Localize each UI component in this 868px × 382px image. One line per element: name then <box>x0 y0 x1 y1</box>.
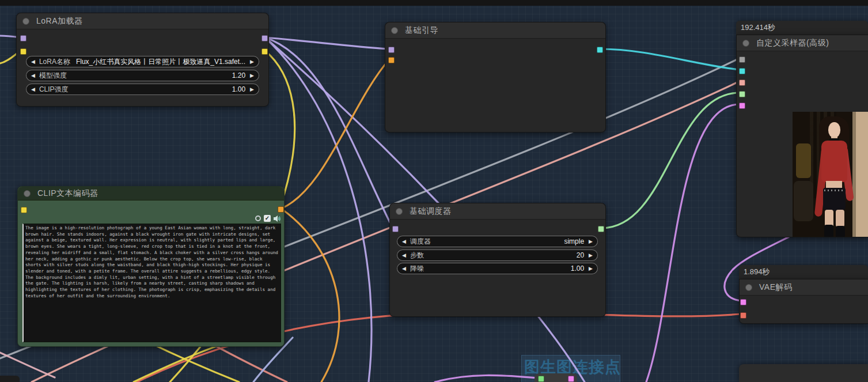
node-lora-title: LoRA加载器 <box>36 16 83 27</box>
prev-arrow-icon[interactable]: ◀ <box>31 73 35 78</box>
photo-stocking-right <box>836 226 845 237</box>
node-clip-header[interactable]: CLIP文本编码器 <box>18 187 284 201</box>
slot-clip-output[interactable] <box>261 48 268 55</box>
prompt-textarea[interactable]: The image is a high-resolution photograp… <box>22 224 281 342</box>
widget-value: 20 <box>577 251 589 259</box>
cutoff-node-bottom-left <box>0 376 20 382</box>
prev-arrow-icon[interactable]: ◀ <box>402 252 406 258</box>
slot-latent-input[interactable] <box>739 103 745 109</box>
node-guider-header[interactable]: 基础引导 <box>385 22 605 39</box>
speaker-icon[interactable] <box>273 215 281 222</box>
node-vae-header[interactable]: VAE解码 <box>740 279 868 296</box>
slot-clip-input[interactable] <box>20 48 26 55</box>
node-guider-title: 基础引导 <box>405 25 438 36</box>
slot-vae-input[interactable] <box>740 312 746 319</box>
widget-scheduler[interactable]: ◀ 调度器 simple ▶ <box>397 236 598 247</box>
photo-background-shadow <box>794 181 813 221</box>
widget-label: 步数 <box>410 251 424 260</box>
photo-face <box>828 122 840 138</box>
sampler-timer-text: 192.414秒 <box>741 22 775 33</box>
slot-sampler-input[interactable] <box>739 80 745 86</box>
collapse-dot-icon[interactable] <box>742 40 749 47</box>
widget-model-strength[interactable]: ◀ 模型强度 1.20 ▶ <box>26 70 259 81</box>
collapse-dot-icon[interactable] <box>391 27 398 34</box>
photo-studs <box>824 190 844 191</box>
slot-clip-input[interactable] <box>21 207 27 213</box>
slot-model-output[interactable] <box>261 35 268 41</box>
node-vae-title: VAE解码 <box>759 282 792 293</box>
node-scheduler-header[interactable]: 基础调度器 <box>390 203 605 220</box>
slot-model-input[interactable] <box>392 226 399 232</box>
node-basic-guider[interactable]: 基础引导 <box>385 22 606 133</box>
vae-timer-badge: 1.894秒 <box>739 265 868 279</box>
collapse-dot-icon[interactable] <box>745 284 752 291</box>
photo-wall-shade <box>852 112 856 237</box>
wire-cond-to-guider <box>281 59 389 209</box>
next-arrow-icon[interactable]: ▶ <box>250 73 254 78</box>
node-basic-scheduler[interactable]: 基础调度器 ◀ 调度器 simple ▶ ◀ 步数 20 ▶ ◀ 降噪 1.00… <box>389 203 606 317</box>
widget-label: 降噪 <box>410 264 424 274</box>
widget-label: CLIP强度 <box>39 85 69 94</box>
next-arrow-icon[interactable]: ▶ <box>250 86 254 92</box>
slot-pink-top[interactable] <box>568 376 574 382</box>
photo-thigh-right <box>836 210 844 227</box>
next-arrow-icon[interactable]: ▶ <box>250 59 254 65</box>
comfyui-canvas[interactable]: { "ui": { "arrow_left": "◀", "arrow_righ… <box>0 0 868 382</box>
prev-arrow-icon[interactable]: ◀ <box>402 239 406 244</box>
preview-image <box>793 112 868 237</box>
collapse-dot-icon[interactable] <box>24 190 31 197</box>
widget-value: Flux_小红书真实风格丨日常照片丨极致逼真_V1.safet... <box>76 57 250 67</box>
slot-conditioning-input[interactable] <box>388 57 395 63</box>
widget-label: 调度器 <box>410 237 431 247</box>
node-sampler-title: 自定义采样器(高级) <box>756 38 829 48</box>
widget-steps[interactable]: ◀ 步数 20 ▶ <box>397 249 598 261</box>
wire-guider-to-sampler <box>600 49 740 70</box>
next-arrow-icon[interactable]: ▶ <box>589 239 593 244</box>
slot-green-top[interactable] <box>538 376 544 382</box>
node-img2img-connector[interactable] <box>535 373 577 382</box>
slot-model-input[interactable] <box>388 47 395 53</box>
node-vae-decode[interactable]: VAE解码 <box>739 279 868 324</box>
slot-sigmas-input[interactable] <box>739 91 745 97</box>
node-clip-title: CLIP文本编码器 <box>37 188 98 199</box>
node-sampler-header[interactable]: 自定义采样器(高级) <box>737 35 868 51</box>
wire-cond-down <box>281 209 339 382</box>
widget-label: LoRA名称 <box>39 57 70 67</box>
node-clip-text-encoder[interactable]: CLIP文本编码器 ✓ The image is a high-resoluti… <box>17 186 285 347</box>
photo-stocking-left <box>824 225 833 237</box>
photo-red-top <box>821 141 847 182</box>
slot-latent-input[interactable] <box>740 299 746 305</box>
slot-guider-input[interactable] <box>739 68 745 74</box>
widget-value: 1.20 <box>232 71 250 80</box>
cutoff-node-top <box>0 0 868 6</box>
prev-arrow-icon[interactable]: ◀ <box>402 266 406 271</box>
node-custom-sampler[interactable]: 自定义采样器(高级) <box>736 35 868 237</box>
node-lora-header[interactable]: LoRA加载器 <box>17 13 268 29</box>
wire-latent-to-sampler <box>646 104 740 382</box>
widget-value: 1.00 <box>571 264 589 273</box>
prev-arrow-icon[interactable]: ◀ <box>31 59 35 65</box>
wire-sigmas-to-sampler <box>601 93 740 228</box>
slot-model-input[interactable] <box>20 35 26 41</box>
widget-denoise[interactable]: ◀ 降噪 1.00 ▶ <box>397 263 598 274</box>
next-arrow-icon[interactable]: ▶ <box>589 252 593 258</box>
node-lora-loader[interactable]: LoRA加载器 ◀ LoRA名称 Flux_小红书真实风格丨日常照片丨极致逼真_… <box>16 13 269 107</box>
slot-sigmas-output[interactable] <box>598 226 604 232</box>
cutoff-node-bottom-right <box>739 364 868 382</box>
prev-arrow-icon[interactable]: ◀ <box>31 86 35 92</box>
node-scheduler-title: 基础调度器 <box>410 206 452 217</box>
photo-shorts <box>823 188 846 211</box>
slot-noise-input[interactable] <box>739 56 745 63</box>
checkbox-checked-icon[interactable]: ✓ <box>264 215 271 222</box>
widget-clip-strength[interactable]: ◀ CLIP强度 1.00 ▶ <box>26 84 259 95</box>
widget-lora-name[interactable]: ◀ LoRA名称 Flux_小红书真实风格丨日常照片丨极致逼真_V1.safet… <box>26 56 259 67</box>
collapse-dot-icon[interactable] <box>396 208 403 215</box>
next-arrow-icon[interactable]: ▶ <box>589 266 593 271</box>
wire-deco-pale <box>0 353 55 377</box>
slot-guider-output[interactable] <box>597 47 603 53</box>
collapse-dot-icon[interactable] <box>22 18 29 25</box>
radio-toggle-icon[interactable] <box>255 215 261 221</box>
slot-conditioning-output[interactable] <box>278 206 284 213</box>
sampler-timer-badge: 192.414秒 <box>736 21 868 35</box>
wire-model-to-guider <box>265 37 389 49</box>
